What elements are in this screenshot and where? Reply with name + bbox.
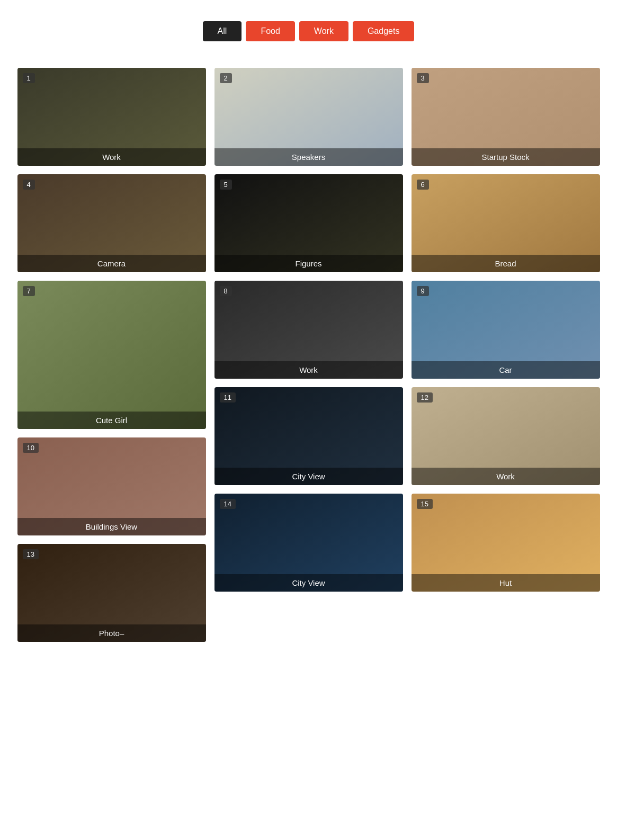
item-label: Work	[412, 468, 600, 485]
gallery-item[interactable]: 9Car	[412, 281, 600, 379]
item-label: Car	[412, 361, 600, 379]
gallery-item[interactable]: 2Speakers	[214, 68, 403, 166]
gallery-item[interactable]: 4Camera	[17, 174, 206, 272]
item-number: 14	[220, 499, 236, 509]
gallery-item[interactable]: 13Photo–	[17, 544, 206, 642]
item-label: Work	[17, 148, 206, 166]
gallery-column: 1Work4Camera7Cute Girl10Buildings View13…	[17, 68, 206, 642]
item-label: Cute Girl	[17, 412, 206, 429]
gallery-item[interactable]: 11City View	[214, 387, 403, 485]
item-number: 8	[220, 286, 232, 296]
gallery-item[interactable]: 14City View	[214, 494, 403, 592]
gallery-item[interactable]: 12Work	[412, 387, 600, 485]
filter-btn-gadgets[interactable]: Gadgets	[353, 21, 414, 41]
item-label: Startup Stock	[412, 148, 600, 166]
item-number: 4	[23, 180, 35, 190]
gallery-item[interactable]: 5Figures	[214, 174, 403, 272]
gallery-item[interactable]: 10Buildings View	[17, 437, 206, 535]
gallery-item[interactable]: 7Cute Girl	[17, 281, 206, 429]
gallery-item[interactable]: 8Work	[214, 281, 403, 379]
gallery-item[interactable]: 15Hut	[412, 494, 600, 592]
gallery-item[interactable]: 1Work	[17, 68, 206, 166]
item-number: 1	[23, 73, 35, 83]
item-number: 6	[417, 180, 429, 190]
item-label: Photo–	[17, 624, 206, 642]
item-number: 11	[220, 392, 236, 403]
item-number: 9	[417, 286, 429, 296]
item-number: 15	[417, 499, 433, 509]
item-number: 13	[23, 549, 39, 559]
item-label: Speakers	[214, 148, 403, 166]
item-number: 3	[417, 73, 429, 83]
item-number: 10	[23, 443, 39, 453]
filter-btn-all[interactable]: All	[203, 21, 242, 41]
item-label: City View	[214, 468, 403, 485]
item-number: 12	[417, 392, 433, 403]
svg-rect-2	[17, 281, 206, 429]
item-label: Figures	[214, 255, 403, 272]
filter-bar: AllFoodWorkGadgets	[11, 11, 606, 52]
item-number: 2	[220, 73, 232, 83]
item-label: Buildings View	[17, 518, 206, 535]
filter-btn-work[interactable]: Work	[299, 21, 348, 41]
gallery-item[interactable]: 6Bread	[412, 174, 600, 272]
item-label: Hut	[412, 574, 600, 592]
filter-btn-food[interactable]: Food	[246, 21, 294, 41]
item-label: Camera	[17, 255, 206, 272]
gallery-column: 2Speakers5Figures8Work11City View14City …	[214, 68, 403, 592]
item-label: City View	[214, 574, 403, 592]
item-label: Bread	[412, 255, 600, 272]
gallery-item[interactable]: 3Startup Stock	[412, 68, 600, 166]
gallery-grid: 1Work4Camera7Cute Girl10Buildings View13…	[17, 68, 600, 642]
gallery-column: 3Startup Stock6Bread9Car12Work15Hut	[412, 68, 600, 592]
item-label: Work	[214, 361, 403, 379]
item-number: 5	[220, 180, 232, 190]
item-number: 7	[23, 286, 35, 296]
